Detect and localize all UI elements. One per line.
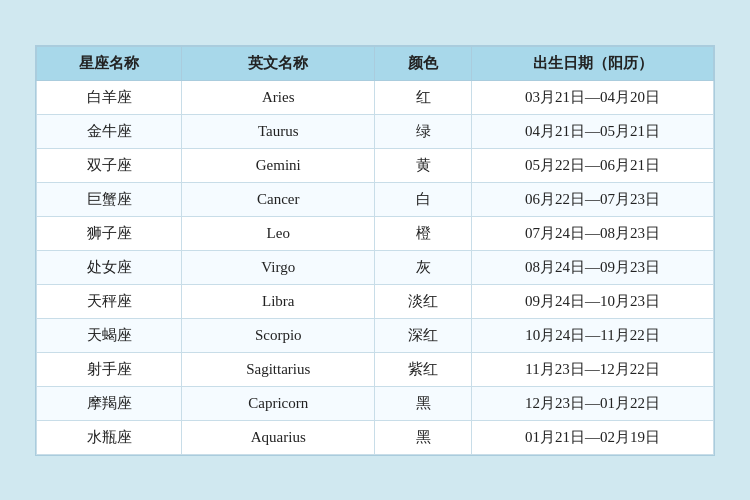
cell-date: 04月21日—05月21日 [472, 114, 714, 148]
table-row: 水瓶座Aquarius黑01月21日—02月19日 [37, 420, 714, 454]
table-row: 双子座Gemini黄05月22日—06月21日 [37, 148, 714, 182]
cell-color: 红 [375, 80, 472, 114]
table-row: 巨蟹座Cancer白06月22日—07月23日 [37, 182, 714, 216]
cell-date: 01月21日—02月19日 [472, 420, 714, 454]
cell-english: Scorpio [182, 318, 375, 352]
table-row: 处女座Virgo灰08月24日—09月23日 [37, 250, 714, 284]
cell-date: 12月23日—01月22日 [472, 386, 714, 420]
zodiac-table: 星座名称 英文名称 颜色 出生日期（阳历） 白羊座Aries红03月21日—04… [36, 46, 714, 455]
cell-color: 紫红 [375, 352, 472, 386]
cell-color: 橙 [375, 216, 472, 250]
cell-english: Virgo [182, 250, 375, 284]
table-row: 摩羯座Capricorn黑12月23日—01月22日 [37, 386, 714, 420]
table-row: 天蝎座Scorpio深红10月24日—11月22日 [37, 318, 714, 352]
cell-date: 11月23日—12月22日 [472, 352, 714, 386]
cell-date: 10月24日—11月22日 [472, 318, 714, 352]
cell-date: 08月24日—09月23日 [472, 250, 714, 284]
cell-chinese: 狮子座 [37, 216, 182, 250]
table-row: 狮子座Leo橙07月24日—08月23日 [37, 216, 714, 250]
table-row: 金牛座Taurus绿04月21日—05月21日 [37, 114, 714, 148]
cell-english: Taurus [182, 114, 375, 148]
cell-color: 黄 [375, 148, 472, 182]
cell-date: 03月21日—04月20日 [472, 80, 714, 114]
cell-english: Aquarius [182, 420, 375, 454]
table-header-row: 星座名称 英文名称 颜色 出生日期（阳历） [37, 46, 714, 80]
cell-chinese: 天秤座 [37, 284, 182, 318]
cell-color: 绿 [375, 114, 472, 148]
cell-color: 淡红 [375, 284, 472, 318]
cell-chinese: 巨蟹座 [37, 182, 182, 216]
cell-english: Leo [182, 216, 375, 250]
table-row: 白羊座Aries红03月21日—04月20日 [37, 80, 714, 114]
cell-chinese: 摩羯座 [37, 386, 182, 420]
cell-color: 黑 [375, 386, 472, 420]
cell-english: Gemini [182, 148, 375, 182]
cell-chinese: 水瓶座 [37, 420, 182, 454]
cell-chinese: 白羊座 [37, 80, 182, 114]
cell-chinese: 天蝎座 [37, 318, 182, 352]
cell-chinese: 处女座 [37, 250, 182, 284]
cell-english: Cancer [182, 182, 375, 216]
cell-date: 09月24日—10月23日 [472, 284, 714, 318]
cell-chinese: 金牛座 [37, 114, 182, 148]
zodiac-table-container: 星座名称 英文名称 颜色 出生日期（阳历） 白羊座Aries红03月21日—04… [35, 45, 715, 456]
cell-color: 白 [375, 182, 472, 216]
cell-date: 07月24日—08月23日 [472, 216, 714, 250]
cell-english: Libra [182, 284, 375, 318]
table-row: 天秤座Libra淡红09月24日—10月23日 [37, 284, 714, 318]
cell-color: 深红 [375, 318, 472, 352]
cell-english: Capricorn [182, 386, 375, 420]
header-english: 英文名称 [182, 46, 375, 80]
cell-chinese: 射手座 [37, 352, 182, 386]
table-row: 射手座Sagittarius紫红11月23日—12月22日 [37, 352, 714, 386]
cell-color: 黑 [375, 420, 472, 454]
cell-english: Aries [182, 80, 375, 114]
cell-date: 05月22日—06月21日 [472, 148, 714, 182]
cell-chinese: 双子座 [37, 148, 182, 182]
header-chinese: 星座名称 [37, 46, 182, 80]
cell-english: Sagittarius [182, 352, 375, 386]
header-color: 颜色 [375, 46, 472, 80]
header-date: 出生日期（阳历） [472, 46, 714, 80]
cell-date: 06月22日—07月23日 [472, 182, 714, 216]
cell-color: 灰 [375, 250, 472, 284]
